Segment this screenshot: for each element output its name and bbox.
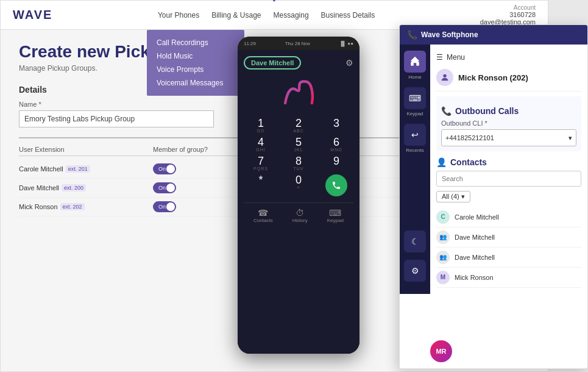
phone-logo: [244, 76, 353, 112]
ext-badge-1: ext. 201: [66, 165, 90, 173]
ext-badge-2: ext. 200: [62, 184, 86, 191]
phone-app: 11:29 Thu 28 Nov ▐▌ ●● Dave Mitchell ⚙: [238, 37, 360, 354]
phone-contact-name: Dave Mitchell: [244, 56, 301, 70]
outbound-cli-select[interactable]: +441825212101 ▾: [441, 129, 576, 146]
dial-btn-4[interactable]: 4 GHI: [244, 137, 278, 152]
nav-billing[interactable]: Billing & Usage: [211, 11, 261, 20]
gear-icon[interactable]: ⚙: [345, 58, 353, 68]
moon-icon: ☾: [411, 237, 419, 246]
side-icon-moon[interactable]: ☾: [404, 231, 426, 252]
bottom-user-avatar[interactable]: MR: [430, 340, 452, 362]
nav-keypad-label: Keypad: [327, 218, 344, 223]
dial-btn-3[interactable]: 3: [319, 118, 353, 133]
dial-btn-6[interactable]: 6 MNO: [319, 137, 353, 152]
phone-outbound-icon: 📞: [441, 106, 452, 116]
dial-btn-9[interactable]: 9: [319, 156, 353, 171]
dropdown-item-1[interactable]: Call Recordings: [157, 36, 235, 49]
outbound-cli-label: Outbound CLI *: [441, 120, 576, 127]
keypad-icon: ⌨: [327, 208, 344, 218]
contacts-icon: 👤: [436, 157, 447, 167]
nav-phones[interactable]: Your Phones: [158, 11, 199, 20]
wave-nav: Your Phones Billing & Usage Messaging Bu…: [158, 11, 375, 20]
side-icon-keypad-label: Keypad: [406, 111, 423, 116]
nav-business[interactable]: Business Details: [321, 11, 375, 20]
contact-avatar-1: C: [436, 210, 450, 224]
phone-bottom-nav: ☎ Contacts ⏱ History ⌨ Keypad: [244, 202, 353, 223]
side-icon-bar: Home ⌨ Keypad ↩ Recents ☾ ⚙: [400, 45, 430, 294]
call-button[interactable]: [325, 174, 347, 196]
softphone-header: 📞 Wave Softphone: [400, 25, 587, 45]
user-cell-1: Carole Mitchell ext. 201: [19, 165, 153, 173]
col-user-ext: User Extension: [19, 146, 153, 153]
recents-icon: ↩: [411, 130, 419, 140]
wave-logo: WAVE: [13, 8, 52, 22]
user-avatar-icon: [436, 69, 453, 86]
contact-name-4: Mick Ronson: [455, 274, 494, 281]
divider-arrow: [268, 0, 280, 2]
toggle-member-2[interactable]: On: [153, 182, 250, 193]
chevron-down-icon: ▾: [569, 134, 572, 142]
dropdown-menu: Call Recordings Hold Music Voice Prompts…: [147, 30, 244, 96]
menu-icon: ☰: [436, 53, 443, 62]
softphone-panel: 📞 Wave Softphone Home ⌨ Keypad: [399, 24, 588, 369]
dial-btn-8[interactable]: 8 TUV: [282, 156, 316, 171]
phone-nav-contacts[interactable]: ☎ Contacts: [253, 208, 273, 223]
softphone-content: ☰ Menu Mick Ronson (202): [430, 45, 587, 294]
outbound-calls-label: Outbound Calls: [455, 106, 519, 116]
dial-btn-2[interactable]: 2 ABC: [282, 118, 316, 133]
phone-date: Thu 28 Nov: [285, 41, 310, 46]
wave-logo-svg: [277, 76, 320, 109]
name-field-input[interactable]: [19, 110, 214, 127]
dial-btn-call[interactable]: [319, 174, 353, 196]
contact-row-2[interactable]: 👥 Dave Mitchell: [436, 227, 581, 248]
dial-btn-7[interactable]: 7 PQRS: [244, 156, 278, 171]
phone-status-bar: 11:29 Thu 28 Nov ▐▌ ●●: [238, 37, 360, 50]
dial-btn-star[interactable]: *: [244, 174, 278, 196]
phone-nav-keypad[interactable]: ⌨ Keypad: [327, 208, 344, 223]
contact-row-4[interactable]: M Mick Ronson: [436, 268, 581, 288]
side-icon-home-label: Home: [408, 74, 421, 80]
phone-nav-history[interactable]: ⏱ History: [292, 208, 308, 223]
side-icon-recents-group: ↩ Recents: [404, 124, 426, 153]
dial-btn-0[interactable]: 0 +: [282, 174, 316, 196]
filter-label: All (4): [442, 193, 459, 200]
contact-row-1[interactable]: C Carole Mitchell: [436, 207, 581, 227]
side-icon-home[interactable]: [404, 51, 426, 73]
outbound-calls-heading: 📞 Outbound Calls: [441, 106, 576, 116]
contact-name-3: Dave Mitchell: [455, 254, 495, 261]
dropdown-item-2[interactable]: Hold Music: [157, 49, 235, 63]
svg-point-0: [443, 74, 446, 77]
outbound-section: 📞 Outbound Calls Outbound CLI * +4418252…: [436, 96, 581, 151]
contact-avatar-4: M: [436, 271, 450, 284]
nav-messaging[interactable]: Messaging: [274, 11, 309, 20]
contact-name-2: Dave Mitchell: [455, 234, 495, 241]
contacts-filter-btn[interactable]: All (4) ▾: [436, 191, 470, 202]
contacts-icon: ☎: [253, 208, 273, 218]
toggle-member-3[interactable]: On: [153, 201, 250, 212]
side-icon-keypad[interactable]: ⌨: [404, 87, 426, 109]
contacts-label: Contacts: [450, 157, 487, 167]
toggle-member-1[interactable]: On: [153, 163, 250, 174]
contacts-heading: 👤 Contacts: [436, 157, 581, 167]
ext-badge-3: ext. 202: [60, 203, 85, 210]
contact-avatar-3: 👥: [436, 251, 450, 264]
dropdown-item-4[interactable]: Voicemail Messages: [157, 76, 235, 90]
nav-history-label: History: [292, 218, 308, 223]
user-display-name: Mick Ronson (202): [458, 73, 528, 82]
history-icon: ⏱: [292, 208, 308, 218]
filter-chevron-icon: ▾: [461, 193, 465, 201]
side-icon-recents[interactable]: ↩: [404, 124, 426, 146]
contact-row-3[interactable]: 👥 Dave Mitchell: [436, 248, 581, 268]
phone-signal: ▐▌ ●●: [339, 41, 353, 46]
contact-name-1: Carole Mitchell: [455, 213, 499, 221]
side-icon-settings[interactable]: ⚙: [404, 260, 426, 282]
contacts-search-input[interactable]: [436, 171, 581, 187]
dropdown-item-3[interactable]: Voice Prompts: [157, 63, 235, 76]
softphone-sidebar: Home ⌨ Keypad ↩ Recents ☾ ⚙: [400, 45, 587, 294]
wave-account: Account 3160728 dave@testing.com: [480, 4, 536, 26]
dial-btn-1[interactable]: 1 GO: [244, 118, 278, 133]
side-icon-home-group: Home: [404, 51, 426, 80]
nav-contacts-label: Contacts: [253, 218, 273, 223]
dial-btn-5[interactable]: 5 JKL: [282, 137, 316, 152]
phone-inner: Dave Mitchell ⚙ 1 GO 2: [238, 50, 360, 354]
